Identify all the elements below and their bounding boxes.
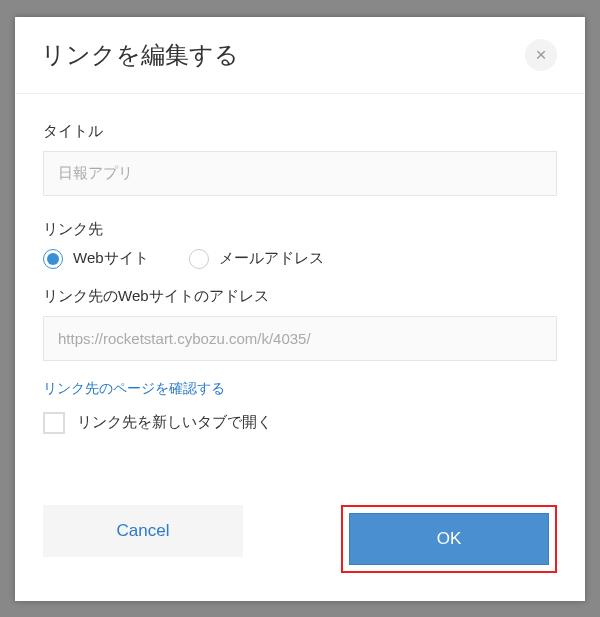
radio-email-indicator <box>189 249 209 269</box>
radio-email-label: メールアドレス <box>219 249 324 268</box>
url-input[interactable] <box>43 316 557 361</box>
radio-website-indicator <box>43 249 63 269</box>
dialog-title: リンクを編集する <box>41 39 239 71</box>
url-field-label: リンク先のWebサイトのアドレス <box>43 287 557 306</box>
cancel-button[interactable]: Cancel <box>43 505 243 557</box>
destination-label: リンク先 <box>43 220 557 239</box>
dialog-body: タイトル リンク先 Webサイト メールアドレス リンク先のWebサイトのアドレ… <box>15 94 585 505</box>
close-icon: × <box>535 44 546 66</box>
newtab-checkbox[interactable] <box>43 412 65 434</box>
close-button[interactable]: × <box>525 39 557 71</box>
ok-button-highlight: OK <box>341 505 557 573</box>
destination-radio-group: Webサイト メールアドレス <box>43 249 557 269</box>
radio-website-label: Webサイト <box>73 249 149 268</box>
title-input[interactable] <box>43 151 557 196</box>
title-field-label: タイトル <box>43 122 557 141</box>
check-link[interactable]: リンク先のページを確認する <box>43 380 225 398</box>
newtab-checkbox-row[interactable]: リンク先を新しいタブで開く <box>43 412 557 434</box>
ok-button[interactable]: OK <box>349 513 549 565</box>
dialog-header: リンクを編集する × <box>15 17 585 94</box>
dialog-footer: Cancel OK <box>15 505 585 601</box>
radio-email[interactable]: メールアドレス <box>189 249 324 269</box>
radio-website[interactable]: Webサイト <box>43 249 149 269</box>
edit-link-dialog: リンクを編集する × タイトル リンク先 Webサイト メールアドレス リンク先… <box>15 17 585 601</box>
newtab-checkbox-label: リンク先を新しいタブで開く <box>77 413 272 432</box>
